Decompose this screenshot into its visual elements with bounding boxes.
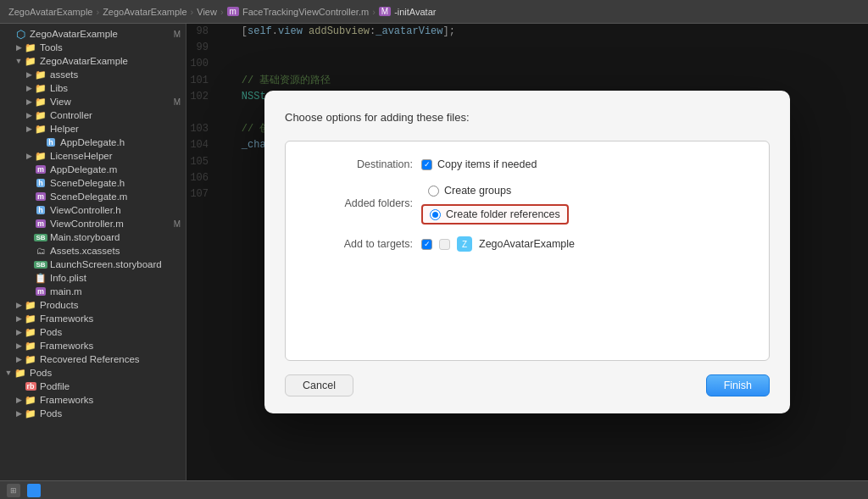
sidebar-arrow: ▶ xyxy=(14,396,24,404)
target-checkbox[interactable] xyxy=(421,239,432,250)
breadcrumb-sep3: › xyxy=(220,7,224,17)
create-folder-refs-label: Create folder references xyxy=(446,208,560,220)
sidebar-arrow: ▶ xyxy=(24,111,34,119)
sidebar-item-podfile[interactable]: rbPodfile xyxy=(0,380,186,393)
sidebar-item-main-storyboard[interactable]: SBMain.storyboard xyxy=(0,230,186,244)
sidebar-arrow: ▶ xyxy=(24,84,34,92)
sidebar-item-libs[interactable]: ▶📁Libs xyxy=(0,81,186,95)
create-folder-refs-radio[interactable] xyxy=(430,209,441,220)
bottom-icon-1[interactable]: ⊞ xyxy=(7,484,20,497)
finish-button[interactable]: Finish xyxy=(706,374,770,396)
sidebar-item-label: SceneDelegate.m xyxy=(50,191,186,202)
sidebar-badge: M xyxy=(174,219,181,229)
sidebar-item-launchscreen[interactable]: SBLaunchScreen.storyboard xyxy=(0,258,186,271)
sidebar-item-pods-pods[interactable]: ▶📁Pods xyxy=(0,407,186,420)
dialog-buttons: Cancel Finish xyxy=(285,374,770,396)
sidebar-arrow: ▶ xyxy=(24,152,34,160)
bottom-bar: ⊞ xyxy=(0,480,868,499)
sidebar-item-assets-xcassets[interactable]: 🗂Assets.xcassets xyxy=(0,244,186,258)
sidebar-arrow: ▶ xyxy=(14,355,24,363)
sidebar-item-label: Tools xyxy=(40,42,186,53)
sidebar-item-label: Frameworks xyxy=(40,395,186,405)
sidebar-icon-m-file: m xyxy=(34,219,47,229)
sidebar-item-products[interactable]: ▶📁Products xyxy=(0,298,186,312)
destination-row: Destination: Copy items if needed xyxy=(311,158,743,170)
sidebar-item-label: Products xyxy=(40,300,186,310)
create-folder-refs-option[interactable]: Create folder references xyxy=(421,204,569,225)
sidebar-item-viewcontroller-m[interactable]: mViewController.mM xyxy=(0,217,186,230)
sidebar-item-label: Main.storyboard xyxy=(50,232,186,242)
sidebar-item-controller[interactable]: ▶📁Controller xyxy=(0,108,186,122)
sidebar-item-label: LaunchScreen.storyboard xyxy=(50,259,186,269)
sidebar-icon-folder-yellow: 📁 xyxy=(24,408,37,419)
sidebar-item-info-plist[interactable]: 📋Info.plist xyxy=(0,271,186,285)
create-groups-radio[interactable] xyxy=(428,186,439,197)
sidebar-item-assets[interactable]: ▶📁assets xyxy=(0,68,186,81)
sidebar-item-scenedelegate-h[interactable]: hSceneDelegate.h xyxy=(0,176,186,190)
title-bar: ZegoAvatarExample › ZegoAvatarExample › … xyxy=(0,0,868,24)
sidebar-item-pods-group[interactable]: ▼📁Pods xyxy=(0,366,186,380)
sidebar-item-viewcontroller-h[interactable]: hViewController.h xyxy=(0,203,186,217)
sidebar-item-appdelegate-h[interactable]: hAppDelegate.h xyxy=(0,136,186,149)
sidebar-item-frameworks1[interactable]: ▶📁Frameworks xyxy=(0,312,186,325)
sidebar-item-label: Frameworks xyxy=(40,341,186,351)
sidebar-item-root-project[interactable]: ⬡ZegoAvatarExampleM xyxy=(0,27,186,41)
sidebar-item-label: Pods xyxy=(40,408,186,419)
create-groups-option[interactable]: Create groups xyxy=(421,182,569,199)
sidebar-icon-h-file: h xyxy=(34,178,47,188)
sidebar-item-pods-frameworks[interactable]: ▶📁Frameworks xyxy=(0,393,186,407)
sidebar-item-licensehelper[interactable]: ▶📁LicenseHelper xyxy=(0,149,186,163)
breadcrumb-view: View xyxy=(197,7,217,17)
sidebar-item-label: Helper xyxy=(50,124,186,134)
sidebar-item-label: Recovered References xyxy=(40,354,186,364)
sidebar-icon-m-file: m xyxy=(34,286,47,297)
target-item: Z ZegoAvatarExample xyxy=(421,236,575,252)
sidebar-arrow: ▼ xyxy=(14,57,24,65)
add-to-targets-label: Add to targets: xyxy=(311,238,413,250)
breadcrumb-project: ZegoAvatarExample xyxy=(8,7,92,17)
breadcrumb-sep4: › xyxy=(372,7,376,17)
destination-checkbox[interactable] xyxy=(421,159,432,170)
sidebar-item-label: main.m xyxy=(50,286,186,297)
sidebar-item-label: ViewController.m xyxy=(50,219,174,229)
breadcrumb-sep2: › xyxy=(191,7,194,17)
sidebar-item-helper[interactable]: ▶📁Helper xyxy=(0,122,186,136)
sidebar-item-scenedelegate-m[interactable]: mSceneDelegate.m xyxy=(0,190,186,203)
sidebar-arrow: ▶ xyxy=(14,328,24,336)
target-checkbox2[interactable] xyxy=(439,239,450,250)
sidebar-item-frameworks2[interactable]: ▶📁Frameworks xyxy=(0,339,186,352)
sidebar-item-recovered-refs[interactable]: ▶📁Recovered References xyxy=(0,352,186,366)
sidebar-item-label: AppDelegate.m xyxy=(50,164,186,175)
sidebar: ⬡ZegoAvatarExampleM▶📁Tools▼📁ZegoAvatarEx… xyxy=(0,24,186,480)
sidebar-item-pods[interactable]: ▶📁Pods xyxy=(0,325,186,339)
sidebar-icon-h-file: h xyxy=(34,205,47,215)
breadcrumb-sep: › xyxy=(96,7,99,17)
sidebar-icon-rb-file: rb xyxy=(24,381,37,391)
sidebar-badge: M xyxy=(174,97,181,107)
sidebar-item-appdelegate-m[interactable]: mAppDelegate.m xyxy=(0,163,186,176)
sidebar-arrow: ▶ xyxy=(24,125,34,133)
sidebar-item-label: ZegoAvatarExample xyxy=(40,56,186,66)
sidebar-item-label: assets xyxy=(50,69,186,80)
sidebar-icon-m-file: m xyxy=(34,164,47,175)
sidebar-item-label: Podfile xyxy=(40,381,186,391)
sidebar-arrow: ▶ xyxy=(14,314,24,323)
add-to-targets-row: Add to targets: Z ZegoAvatarExample xyxy=(311,236,743,252)
sidebar-item-tools[interactable]: ▶📁Tools xyxy=(0,41,186,54)
added-folders-row: Added folders: Create groups Create fold… xyxy=(311,182,743,225)
sidebar-icon-folder-yellow: 📁 xyxy=(24,300,37,310)
sidebar-item-label: Info.plist xyxy=(50,273,186,283)
breadcrumb: ZegoAvatarExample › ZegoAvatarExample › … xyxy=(8,7,436,17)
sidebar-item-view[interactable]: ▶📁ViewM xyxy=(0,95,186,108)
cancel-button[interactable]: Cancel xyxy=(285,374,353,396)
breadcrumb-method-icon: M xyxy=(379,7,391,16)
sidebar-icon-folder-yellow: 📁 xyxy=(34,69,47,80)
sidebar-item-zegoavatarexample[interactable]: ▼📁ZegoAvatarExample xyxy=(0,54,186,68)
sidebar-icon-folder-yellow: 📁 xyxy=(24,56,37,66)
sidebar-item-label: LicenseHelper xyxy=(50,151,186,161)
breadcrumb-method: -initAvatar xyxy=(394,7,436,17)
dialog-overlay: Choose options for adding these files: D… xyxy=(186,24,868,480)
editor: 98 [self.view addSubview:_avatarView]; 9… xyxy=(186,24,868,480)
sidebar-item-main-m[interactable]: mmain.m xyxy=(0,285,186,298)
sidebar-icon-folder-yellow: 📁 xyxy=(34,83,47,93)
